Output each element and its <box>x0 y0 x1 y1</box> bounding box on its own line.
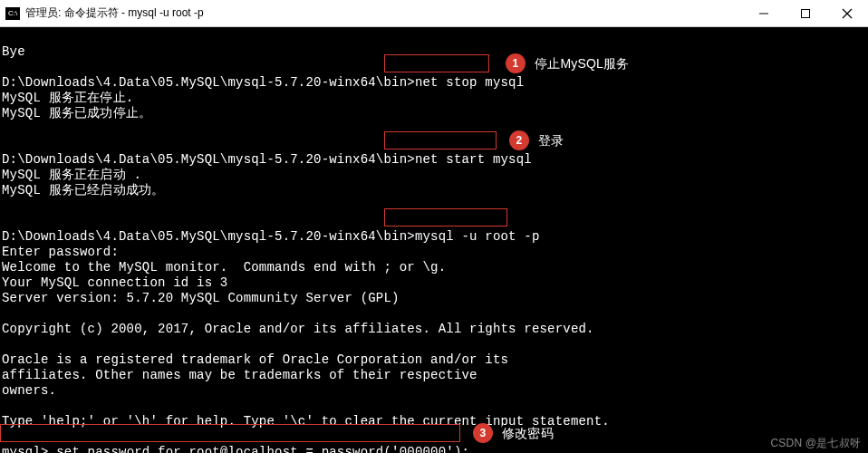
maximize-icon <box>800 8 811 19</box>
app-icon: C:\ <box>5 7 20 20</box>
highlight-box-4 <box>0 424 460 442</box>
callout-2: 2 登录 <box>509 130 564 150</box>
terminal-line: Oracle is a registered trademark of Orac… <box>2 352 508 367</box>
close-icon <box>842 8 853 19</box>
terminal-output[interactable]: Bye D:\Downloads\4.Data\05.MySQL\mysql-5… <box>0 27 868 453</box>
highlight-box-1 <box>384 54 489 72</box>
terminal-line: D:\Downloads\4.Data\05.MySQL\mysql-5.7.2… <box>2 152 532 167</box>
callout-3: 3 修改密码 <box>473 423 554 443</box>
watermark: CSDN @是七叔呀 <box>770 436 861 451</box>
terminal-line: Enter password: <box>2 245 119 259</box>
terminal-line: Your MySQL connection id is 3 <box>2 275 227 290</box>
terminal-line: MySQL 服务已成功停止。 <box>2 106 151 120</box>
terminal-line: Bye <box>2 44 25 59</box>
svg-rect-1 <box>802 9 810 17</box>
terminal-line: MySQL 服务正在启动 . <box>2 168 141 182</box>
minimize-icon <box>758 8 769 19</box>
terminal-line: D:\Downloads\4.Data\05.MySQL\mysql-5.7.2… <box>2 229 540 244</box>
window-titlebar: C:\ 管理员: 命令提示符 - mysql -u root -p <box>0 0 868 27</box>
callout-1: 1 停止MySQL服务 <box>506 53 629 73</box>
terminal-line: affiliates. Other names may be trademark… <box>2 368 477 382</box>
terminal-line: MySQL 服务已经启动成功。 <box>2 183 164 198</box>
callout-num: 2 <box>509 130 529 150</box>
callout-label: 修改密码 <box>502 426 554 441</box>
callout-num: 1 <box>506 53 526 73</box>
highlight-box-2 <box>384 131 497 149</box>
callout-label: 停止MySQL服务 <box>535 56 629 72</box>
terminal-line: D:\Downloads\4.Data\05.MySQL\mysql-5.7.2… <box>2 75 524 90</box>
terminal-line: owners. <box>2 383 56 398</box>
callout-label: 登录 <box>538 133 564 149</box>
window-title: 管理员: 命令提示符 - mysql -u root -p <box>25 5 743 21</box>
terminal-line: Welcome to the MySQL monitor. Commands e… <box>2 260 446 275</box>
callout-num: 3 <box>473 423 493 443</box>
highlight-box-3 <box>384 208 507 226</box>
terminal-line: Copyright (c) 2000, 2017, Oracle and/or … <box>2 322 594 336</box>
minimize-button[interactable] <box>743 0 785 26</box>
maximize-button[interactable] <box>785 0 826 26</box>
terminal-line: MySQL 服务正在停止. <box>2 91 133 105</box>
close-button[interactable] <box>826 0 868 26</box>
terminal-line: mysql> set password for root@localhost =… <box>2 445 469 453</box>
terminal-line: Server version: 5.7.20 MySQL Community S… <box>2 291 400 305</box>
window-controls <box>743 0 868 26</box>
